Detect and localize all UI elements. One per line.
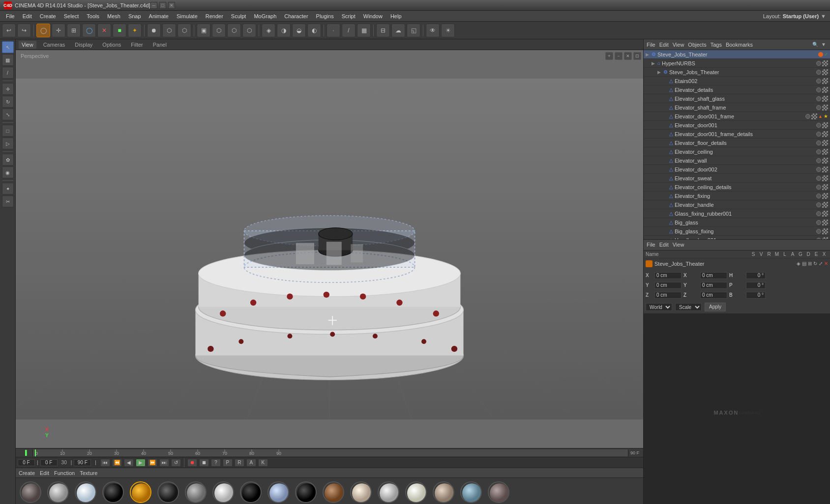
tree-dot-elevator_door001[interactable] (816, 123, 821, 128)
tree-item-elevator_door001[interactable]: △Elevator_door001 (644, 121, 830, 130)
x-offset-input[interactable] (700, 272, 727, 279)
camera-mode-button[interactable]: ◐ (307, 24, 321, 37)
move-tool-button[interactable]: ✛ (52, 24, 65, 37)
h-input[interactable] (746, 272, 766, 279)
menu-plugins[interactable]: Plugins (312, 12, 338, 20)
undo-button[interactable]: ↩ (2, 24, 16, 37)
tree-swatch-elevator_door002[interactable] (822, 167, 828, 172)
material-item-cap_met[interactable]: cap_met (183, 481, 208, 504)
object-mode-button[interactable]: ◈ (262, 24, 275, 37)
tool-knife[interactable]: ✂ (2, 196, 14, 207)
material-item-stairs_h[interactable]: Stairs_h (486, 481, 511, 504)
obj-icon-1[interactable]: ◈ (797, 261, 800, 266)
prop-menu-edit[interactable]: Edit (659, 242, 669, 248)
timeline-track[interactable]: 0 10 20 30 40 50 60 70 80 90 (32, 449, 628, 456)
menu-help[interactable]: Help (386, 12, 406, 20)
menu-snap[interactable]: Snap (124, 12, 145, 20)
tree-item-etairs002[interactable]: △Etairs002 (644, 77, 830, 85)
tree-swatch-elevator_sweat[interactable] (822, 175, 828, 181)
menu-edit[interactable]: Edit (19, 12, 36, 20)
obj-icon-3[interactable]: ⊞ (808, 261, 812, 266)
menu-render[interactable]: Render (202, 12, 227, 20)
menu-sculpt[interactable]: Sculpt (227, 12, 250, 20)
material-item-interior_[interactable]: Interior_ (376, 481, 401, 504)
move-btn2[interactable]: ✦ (128, 24, 142, 37)
menu-file[interactable]: File (2, 12, 19, 20)
tool-rotate[interactable]: ↻ (2, 96, 14, 108)
p-input[interactable] (746, 282, 766, 289)
tool-move[interactable]: ✛ (2, 83, 14, 95)
tool-object[interactable]: □ (2, 125, 14, 137)
tree-dot-big_glass_fixing[interactable] (816, 229, 821, 234)
tree-swatch-hyper_nurbs[interactable] (822, 60, 828, 66)
tree-dot-elevator_wall[interactable] (816, 158, 821, 163)
stop-button[interactable]: ⏹ (199, 459, 209, 467)
tree-item-elevator_details[interactable]: △Elevator_details (644, 85, 830, 94)
edge-mode-button[interactable]: / (342, 24, 356, 37)
tree-dot-elevator_floor_details[interactable] (816, 140, 821, 145)
menu-animate[interactable]: Animate (145, 12, 173, 20)
obj-icon-5[interactable]: ⤢ (819, 261, 823, 266)
keyframe-button[interactable]: ⬡ (162, 24, 176, 37)
prop-menu-view[interactable]: View (673, 242, 684, 248)
mat-menu-create[interactable]: Create (19, 470, 35, 476)
tree-item-big_glass_fixing[interactable]: △Big_glass_fixing (644, 227, 830, 236)
record-pos-button[interactable]: P (223, 459, 233, 467)
minimize-button[interactable]: ─ (150, 2, 157, 9)
menu-mesh[interactable]: Mesh (103, 12, 124, 20)
menu-select[interactable]: Select (60, 12, 83, 20)
obj-icon-4[interactable]: ↻ (813, 261, 817, 266)
tree-swatch-steve_jobs_theater[interactable] (822, 69, 828, 75)
poly-mode-button[interactable]: ▦ (357, 24, 371, 37)
tree-swatch-elevator_details[interactable] (822, 87, 828, 93)
material-item-ceiling_[interactable]: Ceiling_ (210, 481, 236, 504)
keyframe-sel-button[interactable]: K (258, 459, 268, 467)
tree-swatch-elevator_shaft_frame[interactable] (822, 105, 828, 111)
tool-scale[interactable]: ⤡ (2, 109, 14, 120)
tool-select[interactable]: ↖ (2, 41, 14, 53)
next-frame-button[interactable]: ⏩ (148, 459, 157, 467)
layout-selector[interactable]: Layout: Startup (User) ▼ (763, 13, 828, 19)
object-tree[interactable]: ▶⚙Steve_Jobs_Theater✓ ▶⌂HyperNURBS ▶⚙Ste… (644, 50, 830, 240)
tree-arrow-steve_jobs_theater[interactable]: ▶ (657, 70, 662, 75)
current-frame-display[interactable] (40, 459, 58, 466)
tree-swatch-elevator_door001_frame_details[interactable] (822, 131, 828, 137)
tree-item-elevator_door001_frame[interactable]: △Elevator_door001_frame▲★ (644, 112, 830, 121)
tree-dot-steve_jobs_theater[interactable] (816, 70, 821, 75)
material-item-buttons[interactable]: Buttons (100, 481, 126, 504)
tree-dot-hyper_nurbs[interactable] (816, 61, 821, 66)
search-icon[interactable]: 🔍 (812, 41, 819, 48)
obj-menu-file[interactable]: File (647, 42, 655, 48)
tree-swatch-elevator_shaft_glass[interactable] (822, 96, 828, 102)
play-reverse-button[interactable]: ◀ (124, 459, 134, 467)
record-all-button[interactable]: A (246, 459, 256, 467)
layout-dropdown-icon[interactable]: ▼ (821, 13, 826, 19)
menu-window[interactable]: Window (359, 12, 386, 20)
tree-dot-elevator_ceiling_details[interactable] (816, 185, 821, 190)
tree-swatch-elevator_door001[interactable] (822, 122, 828, 128)
end-frame-input[interactable] (74, 459, 91, 466)
obj-icon-close[interactable]: ✕ (824, 261, 828, 266)
tree-swatch-elevator_fixing[interactable] (822, 193, 828, 199)
material-item-outdoo[interactable]: Outdoo (458, 481, 484, 504)
tree-item-hyper_nurbs[interactable]: ▶⌂HyperNURBS (644, 59, 830, 68)
tree-item-elevator_floor_details[interactable]: △Elevator_floor_details (644, 139, 830, 147)
tree-swatch-glass_fixing_rubber001[interactable] (822, 211, 828, 217)
tool-material[interactable]: ◉ (2, 167, 14, 178)
menu-script[interactable]: Script (338, 12, 359, 20)
material-item-black_pl[interactable]: Black_pl (238, 481, 264, 504)
tree-item-elevator_fixing[interactable]: △Elevator_fixing (644, 192, 830, 200)
tree-swatch-etairs002[interactable] (822, 78, 828, 84)
viewport-minus-button[interactable]: − (615, 52, 622, 60)
obj-menu-objects[interactable]: Objects (688, 42, 706, 48)
tree-dot-elevator_shaft_glass[interactable] (816, 96, 821, 101)
material-item-wood[interactable]: Wood (321, 481, 346, 504)
sky-button[interactable]: ☁ (391, 24, 405, 37)
tool-paint[interactable]: ✿ (2, 154, 14, 166)
viewport-close-button[interactable]: ✕ (624, 52, 632, 60)
tree-item-elevator_door001_frame_details[interactable]: △Elevator_door001_frame_details (644, 130, 830, 139)
mat-menu-function[interactable]: Function (54, 470, 75, 476)
rotate-tool-button[interactable]: ◯ (82, 24, 96, 37)
obj-menu-bookmarks[interactable]: Bookmarks (726, 42, 753, 48)
tool-edge[interactable]: / (2, 67, 14, 79)
